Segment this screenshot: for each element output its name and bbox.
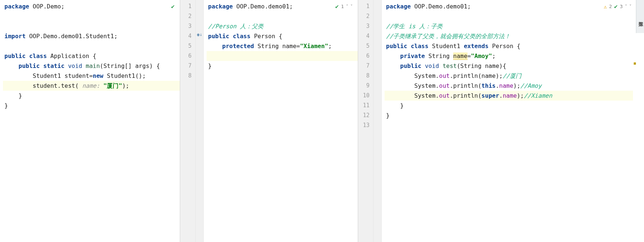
code-line[interactable]: } [385,101,633,111]
code-line[interactable] [385,120,633,130]
code-token: "Amoy" [471,53,492,59]
code-token [208,43,222,50]
code-line[interactable]: } [3,101,180,111]
gutter-icon-strip [374,0,382,242]
line-number: 5 [360,41,370,51]
code-line[interactable]: public class Application { [3,51,180,61]
code-line[interactable] [207,71,358,81]
code-token: } [4,102,8,109]
code-token: (String name){ [457,62,506,69]
code-line[interactable] [207,51,358,61]
code-token: package [386,3,414,10]
check-icon: ✔ [614,3,618,10]
code-area[interactable]: 12345678 ◉↓ package OOP.Demo.demo01; //P… [180,0,358,242]
code-line[interactable]: //学生 is 人：子类 [385,21,633,31]
code-token: public class [208,33,254,40]
line-number: 3 [182,21,192,31]
code-line[interactable] [385,11,633,21]
code-token: //Amoy [520,82,542,89]
code-token: .println( [450,82,481,89]
code-line[interactable]: private String name="Amoy"; [385,51,633,61]
code-line[interactable]: //Person 人：父类 [207,21,358,31]
code-token: //Xiamen [524,92,552,99]
code-line[interactable]: //子类继承了父类，就会拥有父类的全部方法！ [385,31,633,41]
inspection-status[interactable]: ✔ 1 ˄ ˅ [334,2,354,11]
code-line[interactable] [3,21,180,31]
code-area[interactable]: 12345678910111213 package OOP.Demo.demo0… [358,0,644,242]
code-token: ); [513,82,520,89]
code-line[interactable]: public void test(String name){ [385,61,633,71]
code-token: String name= [258,43,300,50]
code-line[interactable]: Student1 student=new Student1(); [3,71,180,81]
editor-pane-3[interactable]: 数据库 ⚠ 2 ✔ 3 ˄ ˅ 12345678910111213 packag… [358,0,644,242]
code-line[interactable] [3,41,180,51]
chevron-down-icon[interactable]: ˅ [629,4,632,9]
chevron-up-icon[interactable]: ˄ [346,4,348,9]
check-icon: ✔ [171,3,175,10]
code-token: System. [386,92,439,99]
code-line[interactable]: package OOP.Demo.demo01; [385,1,633,11]
code-line[interactable]: System.out.println(this.name);//Amoy [385,81,633,91]
code-token [4,62,19,69]
code-line[interactable]: } [207,61,358,71]
code-token: void [68,62,85,69]
inspection-status[interactable]: ⚠ 2 ✔ 3 ˄ ˅ [602,2,633,11]
code-line[interactable] [3,11,180,21]
code-line[interactable]: public static void main(String[] args) { [3,61,180,71]
line-number: 4 [360,31,370,41]
code-line[interactable]: System.out.println(super.name);//Xiamen [385,91,633,101]
database-toolwindow-tab[interactable]: 数据库 [636,0,644,33]
code-token: //Person 人：父类 [208,23,263,30]
code-token: name [453,53,467,60]
code-token [386,53,400,59]
chevron-down-icon[interactable]: ˅ [350,4,353,9]
code-token: OOP.Demo.demo01.Student1; [29,33,117,40]
code-line[interactable]: System.out.println(name);//厦门 [385,71,633,81]
code-token: .println( [450,92,481,99]
code-token: String [429,53,453,59]
chevron-up-icon[interactable]: ˄ [625,4,627,9]
code-area[interactable]: package OOP.Demo; import OOP.Demo.demo01… [0,0,180,242]
code-token: public [400,62,425,69]
editor-pane-2[interactable]: ✔ 1 ˄ ˅ 12345678 ◉↓ package OOP.Demo.dem… [180,0,358,242]
code-token: ; [328,43,332,50]
code-line[interactable]: public class Student1 extends Person { [385,41,633,51]
code-body[interactable]: package OOP.Demo.demo01; //学生 is 人：子类//子… [382,0,644,242]
editor-pane-1[interactable]: ✔ package OOP.Demo; import OOP.Demo.demo… [0,0,180,242]
code-body[interactable]: package OOP.Demo; import OOP.Demo.demo01… [0,0,180,242]
code-token: name [503,92,517,99]
code-line[interactable] [207,11,358,21]
code-token: //厦门 [503,72,521,79]
code-token: } [4,92,22,99]
code-token: ); [517,92,524,99]
code-token: super [481,92,499,99]
code-token: protected [222,43,258,50]
code-token: System. [386,82,439,89]
line-number: 7 [360,61,370,71]
code-line[interactable]: student.test( name: "厦门"); [3,81,180,91]
override-gutter-icon[interactable]: ◉↓ [196,32,203,39]
code-token: main [86,62,100,69]
line-number: 7 [182,61,192,71]
code-line[interactable]: public class Person { [207,31,358,41]
code-token: OOP.Demo.demo01; [236,3,293,10]
code-line[interactable]: protected String name="Xiamen"; [207,41,358,51]
code-line[interactable]: package OOP.Demo; [3,1,180,11]
line-number-gutter: 12345678910111213 [358,0,374,242]
code-token: OOP.Demo; [33,3,65,10]
code-token: out [439,72,450,79]
line-number: 9 [360,81,370,91]
code-token: Person { [492,43,520,50]
code-token: = [467,53,471,59]
inspection-status[interactable]: ✔ [170,2,176,11]
code-line[interactable]: } [385,111,633,120]
code-token: . [499,92,503,99]
line-number: 6 [182,51,192,61]
code-token: test [443,62,457,69]
code-body[interactable]: package OOP.Demo.demo01; //Person 人：父类pu… [204,0,358,242]
code-token: .println(name); [450,72,503,79]
code-token: Student1(); [107,72,146,79]
code-token: . [496,82,499,89]
code-line[interactable]: } [3,91,180,101]
code-line[interactable]: import OOP.Demo.demo01.Student1; [3,31,180,41]
